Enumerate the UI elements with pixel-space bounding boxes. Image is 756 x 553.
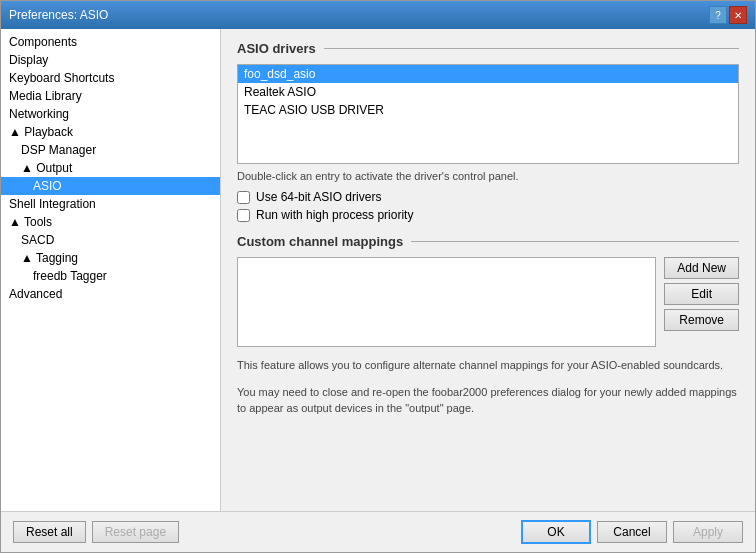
sidebar-item-freedb-tagger[interactable]: freedb Tagger: [1, 267, 220, 285]
channel-map-area: Add New Edit Remove: [237, 257, 739, 347]
channel-list-box[interactable]: [237, 257, 656, 347]
sidebar-item-keyboard-shortcuts[interactable]: Keyboard Shortcuts: [1, 69, 220, 87]
highpriority-checkbox[interactable]: [237, 209, 250, 222]
title-bar-controls: ? ✕: [709, 6, 747, 24]
channel-section-title: Custom channel mappings: [237, 234, 739, 249]
close-button[interactable]: ✕: [729, 6, 747, 24]
sidebar-item-components[interactable]: Components: [1, 33, 220, 51]
cancel-button[interactable]: Cancel: [597, 521, 667, 543]
sidebar-item-tagging[interactable]: ▲ Tagging: [1, 249, 220, 267]
window-title: Preferences: ASIO: [9, 8, 108, 22]
sidebar-item-asio[interactable]: ASIO: [1, 177, 220, 195]
sidebar: Components Display Keyboard Shortcuts Me…: [1, 29, 221, 511]
asio-section-title: ASIO drivers: [237, 41, 739, 56]
sidebar-item-display[interactable]: Display: [1, 51, 220, 69]
remove-button[interactable]: Remove: [664, 309, 739, 331]
sidebar-item-output[interactable]: ▲ Output: [1, 159, 220, 177]
sidebar-item-sacd[interactable]: SACD: [1, 231, 220, 249]
highpriority-row: Run with high process priority: [237, 208, 739, 222]
sidebar-item-advanced[interactable]: Advanced: [1, 285, 220, 303]
title-bar: Preferences: ASIO ? ✕: [1, 1, 755, 29]
apply-button[interactable]: Apply: [673, 521, 743, 543]
use64bit-row: Use 64-bit ASIO drivers: [237, 190, 739, 204]
sidebar-item-tools[interactable]: ▲ Tools: [1, 213, 220, 231]
use64bit-label: Use 64-bit ASIO drivers: [256, 190, 381, 204]
description2: You may need to close and re-open the fo…: [237, 384, 739, 417]
sidebar-item-shell-integration[interactable]: Shell Integration: [1, 195, 220, 213]
description1: This feature allows you to configure alt…: [237, 357, 739, 374]
sidebar-item-dsp-manager[interactable]: DSP Manager: [1, 141, 220, 159]
channel-buttons: Add New Edit Remove: [664, 257, 739, 347]
highpriority-label: Run with high process priority: [256, 208, 413, 222]
help-button[interactable]: ?: [709, 6, 727, 24]
sidebar-item-networking[interactable]: Networking: [1, 105, 220, 123]
ok-button[interactable]: OK: [521, 520, 591, 544]
sidebar-item-playback[interactable]: ▲ Playback: [1, 123, 220, 141]
bottom-bar: Reset all Reset page OK Cancel Apply: [1, 511, 755, 552]
reset-page-button[interactable]: Reset page: [92, 521, 179, 543]
sidebar-item-media-library[interactable]: Media Library: [1, 87, 220, 105]
channel-mappings-section: Custom channel mappings Add New Edit Rem…: [237, 234, 739, 417]
preferences-window: Preferences: ASIO ? ✕ Components Display…: [0, 0, 756, 553]
edit-button[interactable]: Edit: [664, 283, 739, 305]
use64bit-checkbox[interactable]: [237, 191, 250, 204]
content-area: Components Display Keyboard Shortcuts Me…: [1, 29, 755, 511]
add-new-button[interactable]: Add New: [664, 257, 739, 279]
main-panel: ASIO drivers foo_dsd_asio Realtek ASIO T…: [221, 29, 755, 511]
hint-text: Double-click an entry to activate the dr…: [237, 170, 739, 182]
asio-drivers-list[interactable]: foo_dsd_asio Realtek ASIO TEAC ASIO USB …: [237, 64, 739, 164]
driver-item-foo-dsd-asio[interactable]: foo_dsd_asio: [238, 65, 738, 83]
driver-item-realtek[interactable]: Realtek ASIO: [238, 83, 738, 101]
driver-item-teac[interactable]: TEAC ASIO USB DRIVER: [238, 101, 738, 119]
reset-all-button[interactable]: Reset all: [13, 521, 86, 543]
